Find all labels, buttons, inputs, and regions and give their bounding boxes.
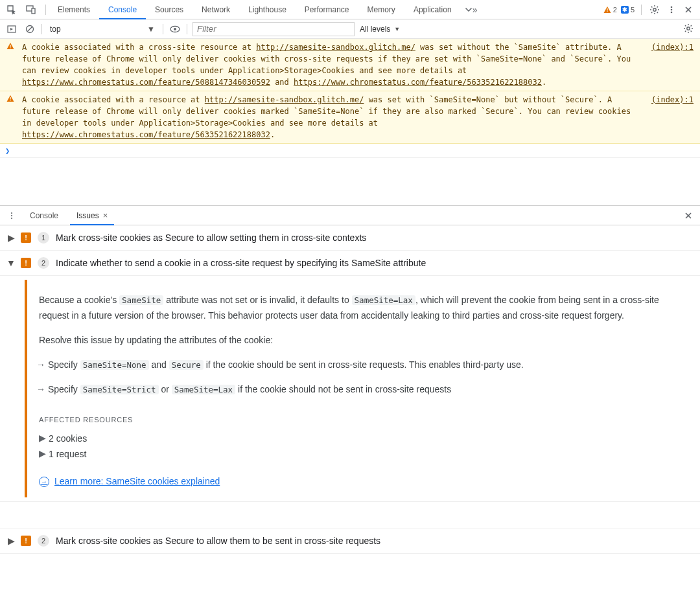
close-icon[interactable] (682, 209, 695, 222)
inspect-icon[interactable] (5, 3, 18, 16)
kebab-menu-icon[interactable] (665, 3, 678, 16)
warning-link[interactable]: https://www.chromestatus.com/feature/508… (22, 78, 270, 87)
chevron-down-icon: ▼ (147, 25, 155, 34)
warning-badge-icon (21, 232, 31, 243)
issue-count-badge: 2 (38, 257, 49, 269)
issue-bullet: Specify SameSite=Strict or SameSite=Lax … (39, 382, 688, 398)
warnings-chip[interactable]: 2 (603, 6, 617, 14)
svg-rect-3 (607, 11, 607, 12)
tab-application[interactable]: Application (404, 0, 461, 19)
svg-point-4 (653, 8, 656, 10)
console-settings-icon[interactable] (682, 22, 695, 35)
issue-row[interactable]: ▶ 2 Mark cross-site cookies as Secure to… (0, 528, 700, 554)
issues-list: ▶ 1 Mark cross-site cookies as Secure to… (0, 225, 700, 601)
kebab-menu-icon[interactable] (5, 209, 18, 222)
disclosure-triangle-icon: ▶ (8, 232, 14, 243)
console-warning-row: A cookie associated with a cross-site re… (0, 39, 700, 91)
issue-title: Mark cross-site cookies as Secure to all… (56, 232, 692, 243)
issue-bullet: Specify SameSite=None and Secure if the … (39, 357, 688, 373)
settings-icon[interactable] (648, 3, 661, 16)
warning-text: A cookie associated with a resource at (22, 95, 205, 104)
info-chip[interactable]: ✱ 5 (621, 6, 635, 14)
live-expression-icon[interactable] (169, 23, 181, 36)
issue-count-badge: 2 (38, 535, 49, 547)
tab-elements[interactable]: Elements (49, 0, 99, 19)
tab-lighthouse[interactable]: Lighthouse (239, 0, 296, 19)
issue-count-badge: 1 (38, 232, 49, 244)
svg-rect-2 (607, 8, 607, 11)
affected-item[interactable]: ▶1 request (39, 447, 688, 462)
warning-badge-icon (21, 536, 31, 546)
warning-text: A cookie associated with a cross-site re… (22, 43, 256, 52)
tab-sources[interactable]: Sources (146, 0, 192, 19)
context-selector[interactable]: top ▼ (47, 25, 158, 34)
issue-body: Because a cookie's SameSite attribute wa… (0, 276, 700, 501)
context-label: top (50, 25, 61, 34)
console-warning-row: A cookie associated with a resource at h… (0, 91, 700, 143)
tab-performance[interactable]: Performance (296, 0, 358, 19)
warning-text: . (542, 78, 546, 87)
arrow-circle-icon (39, 477, 49, 487)
levels-label: All levels (360, 25, 390, 34)
chevron-down-icon: ▼ (394, 26, 400, 32)
learn-more-link[interactable]: Learn more: SameSite cookies explained (39, 474, 220, 490)
warning-text: . (270, 130, 275, 139)
svg-point-7 (671, 11, 673, 13)
drawer-tab-issues[interactable]: Issues × (70, 206, 114, 225)
warning-text: and (270, 78, 294, 87)
warning-link[interactable]: http://samesite-sandbox.glitch.me/ (256, 43, 415, 52)
svg-rect-14 (10, 47, 10, 48)
disclosure-triangle-icon: ▼ (8, 258, 14, 268)
svg-point-11 (174, 28, 176, 30)
console-filterbar: top ▼ All levels ▼ (0, 19, 700, 39)
tab-network[interactable]: Network (192, 0, 239, 19)
devtools-tabstrip: Elements Console Sources Network Lightho… (0, 0, 700, 19)
svg-point-12 (687, 27, 690, 30)
console-warnings: A cookie associated with a cross-site re… (0, 39, 700, 144)
drawer-tab-console[interactable]: Console (23, 206, 65, 225)
issue-paragraph: Resolve this issue by updating the attri… (39, 333, 688, 348)
info-count: 5 (631, 6, 635, 14)
warning-badge-icon (21, 258, 31, 268)
warning-link[interactable]: https://www.chromestatus.com/feature/563… (22, 130, 270, 139)
tab-memory[interactable]: Memory (358, 0, 404, 19)
close-icon[interactable] (682, 3, 695, 16)
clear-console-icon[interactable] (23, 23, 36, 36)
drawer: Console Issues × ▶ 1 Mark cross-site coo… (0, 205, 700, 601)
issue-row[interactable]: ▶ 1 Mark cross-site cookies as Secure to… (0, 225, 700, 251)
tab-console[interactable]: Console (99, 0, 146, 19)
console-prompt[interactable]: ❯ (0, 144, 700, 158)
svg-point-5 (671, 6, 673, 8)
more-tabs-icon[interactable]: » (465, 3, 478, 16)
svg-rect-15 (10, 97, 10, 100)
sidebar-toggle-icon[interactable] (5, 23, 18, 36)
filter-input-wrap (192, 22, 355, 36)
drawer-tabstrip: Console Issues × (0, 206, 700, 225)
affected-item[interactable]: ▶2 cookies (39, 431, 688, 447)
affected-resources-heading: AFFECTED RESOURCES (39, 414, 688, 426)
svg-point-6 (671, 8, 673, 10)
svg-rect-1 (32, 8, 35, 14)
drawer-tab-label: Issues (76, 211, 99, 220)
svg-rect-16 (10, 100, 10, 100)
svg-rect-13 (10, 45, 10, 47)
levels-dropdown[interactable]: All levels ▼ (360, 25, 400, 34)
issue-title: Mark cross-site cookies as Secure to all… (56, 536, 692, 546)
issue-paragraph: Because a cookie's SameSite attribute wa… (39, 293, 688, 324)
warning-icon (6, 95, 16, 141)
device-toggle-icon[interactable] (25, 3, 38, 16)
warning-link[interactable]: http://samesite-sandbox.glitch.me/ (205, 95, 364, 104)
filter-input[interactable] (192, 22, 355, 36)
warning-source-link[interactable]: (index):1 (638, 41, 694, 88)
warning-source-link[interactable]: (index):1 (638, 94, 694, 141)
warnings-count: 2 (613, 6, 617, 14)
warning-link[interactable]: https://www.chromestatus.com/feature/563… (294, 78, 542, 87)
issue-title: Indicate whether to send a cookie in a c… (56, 258, 692, 268)
svg-point-17 (11, 212, 12, 214)
close-icon[interactable]: × (103, 210, 108, 220)
warning-icon (6, 42, 16, 88)
issue-row[interactable]: ▼ 2 Indicate whether to send a cookie in… (0, 251, 700, 276)
svg-point-19 (11, 218, 12, 219)
svg-point-18 (11, 215, 12, 216)
disclosure-triangle-icon: ▶ (8, 536, 14, 546)
